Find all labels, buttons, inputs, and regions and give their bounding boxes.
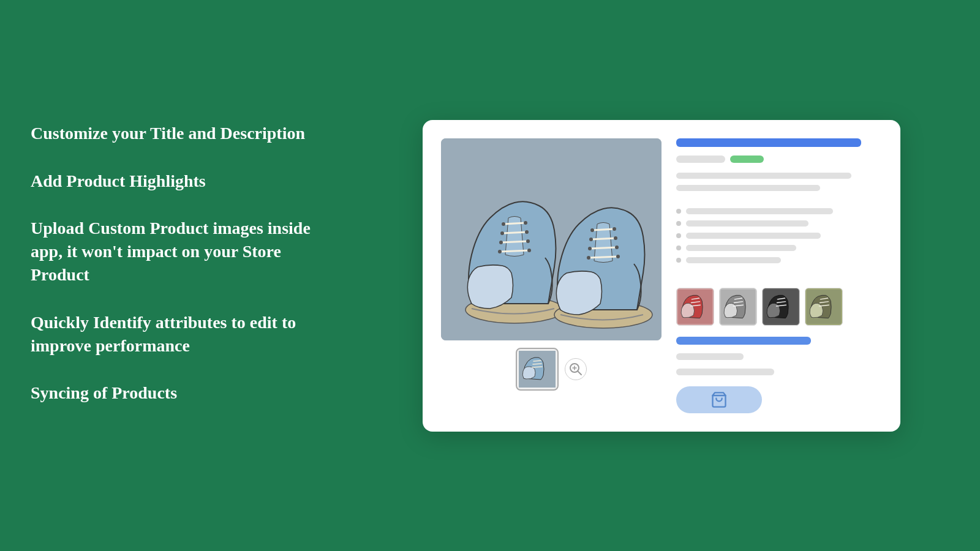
bullet-dot-2 [676,221,681,226]
main-product-image [441,138,662,340]
thumbnail-blue[interactable] [516,348,559,391]
svg-point-10 [499,241,503,244]
desc-bar-2 [676,185,820,191]
svg-point-9 [525,230,529,234]
svg-line-4 [501,241,528,242]
color-variants [676,288,882,326]
mockup-card [423,120,900,432]
svg-point-8 [500,231,504,235]
bullet-dot-4 [676,246,681,250]
svg-point-22 [614,236,617,240]
svg-point-6 [502,222,505,226]
variant-black[interactable] [762,288,800,326]
feature-text-1: Customize your Title and Description [31,124,305,143]
svg-line-2 [503,223,526,224]
bullet-bar-1 [686,208,833,214]
cart-icon [710,391,728,408]
feature-text-4: Quickly Identify attributes to edit to i… [31,313,296,355]
feature-add-highlights: Add Product Highlights [31,170,312,193]
badge-green [730,156,764,163]
bullet-bar-4 [686,245,796,251]
svg-line-5 [500,250,529,252]
price-bar-blue [676,337,811,345]
svg-point-7 [524,221,527,225]
zoom-icon[interactable] [565,358,587,380]
svg-line-28 [533,361,541,361]
svg-line-32 [578,371,581,375]
svg-point-12 [498,250,502,253]
feature-list: Customize your Title and Description Add… [0,85,343,466]
add-to-cart-button[interactable] [676,386,762,413]
mockup-body [441,138,882,413]
svg-line-30 [532,367,542,367]
bullet-bar-2 [686,220,809,227]
bullet-bar-3 [686,233,821,239]
feature-customize-title: Customize your Title and Description [31,122,312,145]
svg-point-19 [590,228,594,232]
badge-gray [676,156,725,163]
svg-point-24 [615,246,619,249]
feature-text-3: Upload Custom Product images inside app,… [31,219,311,284]
price-bar-gray-2 [676,369,774,375]
svg-point-13 [527,249,531,252]
bullet-dot-3 [676,233,681,238]
svg-line-15 [592,229,614,230]
svg-line-16 [591,238,616,239]
desc-bar-1 [676,173,851,179]
bullet-2 [676,220,882,227]
right-panel [343,102,980,450]
variant-gray[interactable] [719,288,757,326]
bullet-dot-5 [676,258,681,263]
bullet-dot-1 [676,209,681,214]
variant-olive[interactable] [805,288,843,326]
price-bar-gray-1 [676,353,744,360]
feature-text-2: Add Product Highlights [31,171,206,190]
feature-syncing: Syncing of Products [31,381,312,405]
bullet-5 [676,257,882,263]
status-badges [676,156,882,163]
svg-point-25 [587,256,590,260]
svg-point-26 [616,255,620,258]
bullet-bar-5 [686,257,781,263]
svg-point-21 [589,238,593,241]
bullet-4 [676,245,882,251]
svg-point-20 [612,227,616,231]
svg-line-3 [502,232,527,233]
svg-line-18 [589,257,618,258]
svg-point-23 [588,247,592,250]
product-image-section [441,138,662,413]
svg-line-29 [533,364,541,364]
feature-text-5: Syncing of Products [31,383,177,402]
product-info-section [676,138,882,413]
feature-identify-attributes: Quickly Identify attributes to edit to i… [31,311,312,358]
feature-upload-images: Upload Custom Product images inside app,… [31,217,312,286]
shoe-illustration [441,138,662,340]
bullet-1 [676,208,882,214]
title-bar [676,138,861,147]
variant-red[interactable] [676,288,714,326]
bullet-3 [676,233,882,239]
thumbnails-row [516,348,587,391]
svg-point-11 [526,239,530,243]
svg-line-17 [590,247,617,249]
